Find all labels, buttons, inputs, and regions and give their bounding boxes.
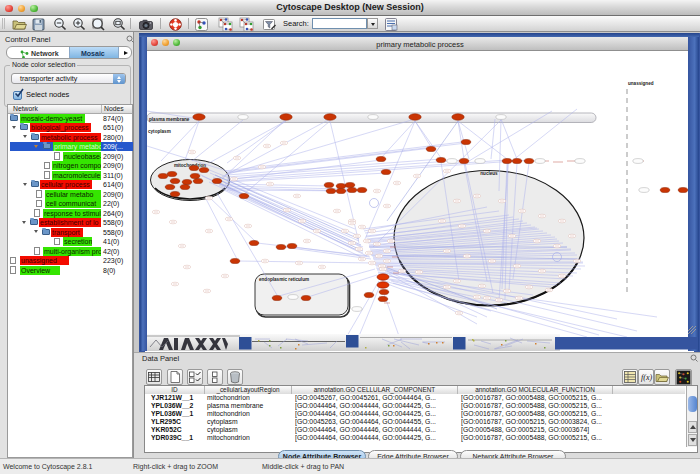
svg-text:plasma membrane: plasma membrane [149,117,190,122]
svg-text:cytoplasm: cytoplasm [148,129,171,134]
svg-text:unassigned: unassigned [628,81,654,86]
svg-text:f(x): f(x) [641,373,652,382]
svg-text:nucleus: nucleus [480,171,498,176]
